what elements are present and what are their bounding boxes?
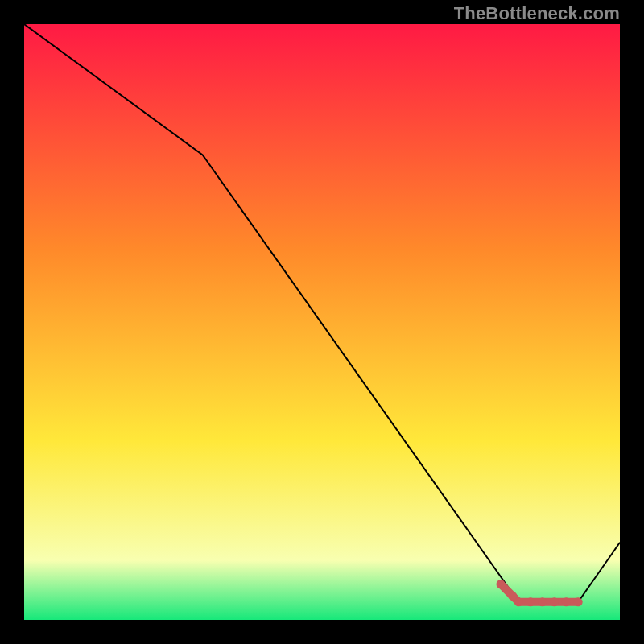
marker-dot <box>562 597 571 606</box>
marker-dot <box>538 597 547 606</box>
marker-dot <box>526 597 535 606</box>
series-group <box>24 24 620 606</box>
marker-dot <box>497 580 506 588</box>
marker-dot <box>550 597 559 606</box>
plot-area <box>24 24 620 620</box>
marker-dot <box>514 597 523 606</box>
main-line <box>24 24 620 602</box>
watermark-text: TheBottleneck.com <box>454 3 620 24</box>
marker-dot <box>574 597 583 606</box>
chart-container: TheBottleneck.com <box>0 0 644 644</box>
chart-overlay <box>24 24 620 620</box>
